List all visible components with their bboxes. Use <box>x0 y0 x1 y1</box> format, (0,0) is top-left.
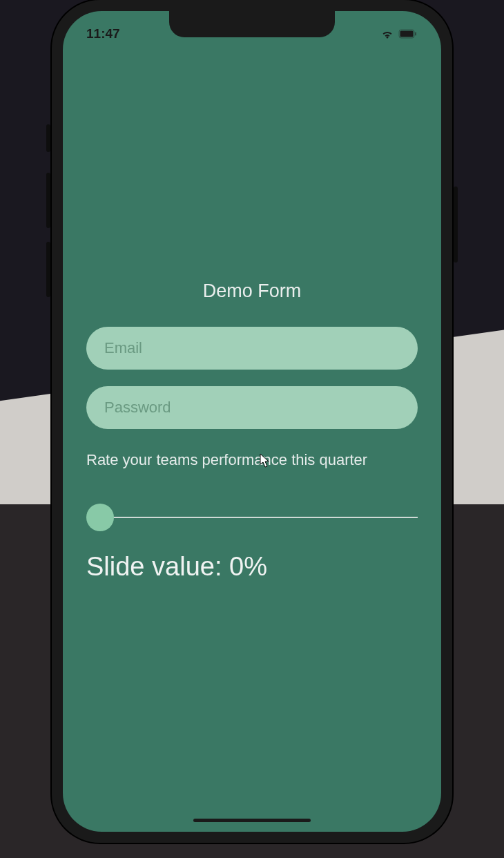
slide-value-label: Slide value: 0% <box>86 552 418 582</box>
email-field[interactable] <box>86 327 418 370</box>
svg-rect-2 <box>415 32 416 36</box>
wifi-icon <box>380 29 394 39</box>
form-title: Demo Form <box>86 280 418 302</box>
home-indicator[interactable] <box>193 819 311 822</box>
phone-screen: 11:47 Demo Form <box>63 11 441 832</box>
battery-icon <box>398 29 418 39</box>
status-time: 11:47 <box>86 26 120 41</box>
form-content: Demo Form Rate your teams performance th… <box>63 280 441 582</box>
slider-track <box>95 517 418 518</box>
password-field[interactable] <box>86 386 418 429</box>
slider-thumb[interactable] <box>86 504 114 531</box>
notch <box>169 11 335 37</box>
rate-label: Rate your teams performance this quarter <box>86 451 418 469</box>
phone-frame: 11:47 Demo Form <box>52 0 452 843</box>
performance-slider[interactable] <box>86 504 418 531</box>
svg-rect-1 <box>400 31 414 37</box>
status-icons <box>380 29 418 39</box>
